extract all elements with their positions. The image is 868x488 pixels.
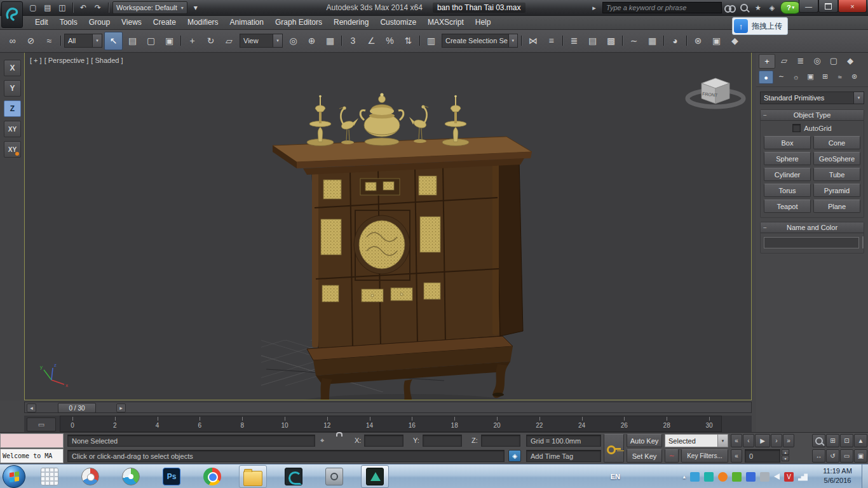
toggle-ribbon-button[interactable]: ▩ bbox=[602, 32, 620, 50]
edit-named-selection-sets-button[interactable]: ▥ bbox=[423, 32, 440, 50]
category-lights[interactable]: ☼ bbox=[789, 71, 803, 83]
taskbar-icon-chrome[interactable] bbox=[198, 465, 226, 488]
reference-coordinate-dropdown[interactable]: View ▾ bbox=[240, 34, 283, 48]
sphere-button[interactable]: Sphere bbox=[764, 152, 811, 165]
viewport-shading-menu[interactable]: [ Shaded ] bbox=[91, 57, 123, 64]
favorites-star-icon[interactable]: ★ bbox=[752, 2, 764, 13]
frame-spinner[interactable]: ▴ ▾ bbox=[782, 449, 789, 461]
tube-button[interactable]: Tube bbox=[813, 168, 860, 181]
plane-button[interactable]: Plane bbox=[813, 200, 860, 213]
language-indicator[interactable]: EN bbox=[611, 464, 620, 488]
taskbar-icon-explorer[interactable] bbox=[239, 465, 267, 488]
keyboard-shortcut-override-button[interactable]: ▦ bbox=[322, 32, 339, 50]
start-button[interactable] bbox=[3, 465, 25, 488]
y-coord-input[interactable] bbox=[423, 435, 462, 447]
viewport-general-menu[interactable]: [ + ] bbox=[30, 57, 42, 64]
set-key-button[interactable]: Set Key bbox=[627, 449, 662, 463]
rendered-frame-window-button[interactable]: ▣ bbox=[708, 32, 725, 50]
primitives-dropdown[interactable]: Standard Primitives ▾ bbox=[760, 92, 864, 104]
named-selection-dropdown[interactable]: Create Selection Se ▾ bbox=[442, 34, 518, 48]
box-button[interactable]: Box bbox=[764, 136, 811, 149]
track-bar[interactable]: ▭ 0 2 4 6 8 10 12 14 16 18 20 22 24 26 2… bbox=[24, 416, 752, 432]
undo-icon[interactable]: ↶ bbox=[77, 2, 90, 13]
close-button[interactable]: × bbox=[838, 0, 867, 13]
zoom-extents-icon[interactable]: ⊡ bbox=[840, 434, 853, 447]
tab-motion[interactable]: ◎ bbox=[810, 54, 825, 67]
restrict-x-button[interactable]: X bbox=[4, 60, 21, 76]
rectangular-selection-region-button[interactable]: ▢ bbox=[142, 32, 159, 50]
time-slider-next-icon[interactable]: ▸ bbox=[116, 403, 126, 412]
curve-editor-button[interactable]: ∼ bbox=[625, 32, 642, 50]
pan-icon[interactable]: ↔ bbox=[812, 449, 825, 463]
maxscript-listener-macro-pane[interactable] bbox=[0, 433, 64, 448]
tray-icon-antivirus[interactable]: V bbox=[784, 472, 794, 482]
search-expand-icon[interactable]: ▸ bbox=[588, 2, 600, 13]
go-to-end-button[interactable]: » bbox=[783, 434, 794, 447]
autogrid-checkbox[interactable] bbox=[792, 124, 801, 132]
open-file-icon[interactable]: ▤ bbox=[41, 2, 54, 13]
time-slider-prev-icon[interactable]: ◂ bbox=[27, 403, 36, 412]
search-input[interactable] bbox=[602, 2, 722, 13]
save-file-icon[interactable]: ◫ bbox=[56, 2, 69, 13]
category-geometry[interactable]: ● bbox=[759, 71, 773, 84]
torus-button[interactable]: Torus bbox=[764, 184, 811, 197]
menu-group[interactable]: Group bbox=[83, 15, 116, 29]
select-and-manipulate-button[interactable]: ⊕ bbox=[303, 32, 320, 50]
new-key-default-tangent-button[interactable]: ∼ bbox=[665, 449, 679, 463]
tray-icon-usb[interactable] bbox=[760, 472, 770, 482]
show-desktop-button[interactable] bbox=[862, 464, 868, 488]
tray-icon-security[interactable] bbox=[732, 472, 742, 482]
tab-modify[interactable]: ▱ bbox=[776, 54, 792, 67]
bind-to-space-warp-icon[interactable]: ≈ bbox=[41, 32, 58, 50]
menu-rendering[interactable]: Rendering bbox=[328, 15, 374, 29]
menu-help[interactable]: Help bbox=[470, 15, 497, 29]
previous-frame-button[interactable]: ‹ bbox=[743, 434, 754, 447]
menu-maxscript[interactable]: MAXScript bbox=[422, 15, 470, 29]
select-and-move-button[interactable]: + bbox=[184, 32, 201, 50]
select-object-button[interactable]: ↖ bbox=[104, 32, 123, 50]
menu-modifiers[interactable]: Modifiers bbox=[182, 15, 224, 29]
zoom-all-icon[interactable]: ⊞ bbox=[826, 434, 839, 447]
cylinder-button[interactable]: Cylinder bbox=[764, 168, 811, 181]
object-name-input[interactable] bbox=[764, 237, 859, 248]
taskbar-clock[interactable]: 11:19 AM 5/6/2016 bbox=[815, 466, 860, 485]
z-coord-input[interactable] bbox=[481, 435, 520, 447]
magnifier-icon[interactable] bbox=[738, 2, 750, 13]
pyramid-button[interactable]: Pyramid bbox=[813, 184, 860, 197]
maximize-viewport-icon[interactable]: ▣ bbox=[854, 449, 867, 463]
tab-create[interactable]: + bbox=[759, 54, 775, 69]
align-button[interactable]: ≡ bbox=[543, 32, 560, 50]
application-menu-button[interactable] bbox=[1, 1, 23, 28]
new-scene-icon[interactable]: ▢ bbox=[27, 2, 39, 13]
schematic-view-button[interactable]: ▦ bbox=[644, 32, 661, 50]
set-keys-button[interactable] bbox=[604, 434, 624, 463]
taskbar-icon-browser-ball-2[interactable] bbox=[117, 465, 145, 488]
track-bar-ruler[interactable]: 0 2 4 6 8 10 12 14 16 18 20 22 24 26 28 … bbox=[60, 416, 722, 432]
maximize-button[interactable] bbox=[818, 0, 838, 13]
unlink-selection-icon[interactable]: ⊘ bbox=[22, 32, 39, 50]
tray-icon-monitor[interactable] bbox=[690, 472, 700, 482]
zoom-icon[interactable] bbox=[812, 434, 825, 447]
time-slider[interactable]: ◂ 0 / 30 ▸ bbox=[24, 402, 752, 413]
select-and-rotate-button[interactable]: ↻ bbox=[202, 32, 219, 50]
altar-cabinet-model[interactable] bbox=[273, 137, 532, 400]
add-time-tag-button[interactable]: Add Time Tag bbox=[526, 450, 601, 462]
viewport[interactable]: [ + ] [ Perspective ] [ Shaded ] bbox=[24, 52, 752, 400]
taskbar-icon-browser-ball[interactable] bbox=[76, 465, 104, 488]
menu-animation[interactable]: Animation bbox=[224, 15, 269, 29]
communication-center-icon[interactable]: ◈ bbox=[766, 2, 778, 13]
status-pin-icon[interactable]: ⌖ bbox=[320, 437, 324, 445]
window-crossing-toggle[interactable]: ▣ bbox=[161, 32, 178, 50]
network-icon[interactable] bbox=[798, 473, 808, 481]
category-shapes[interactable]: ∼ bbox=[775, 71, 788, 83]
select-and-scale-button[interactable]: ▱ bbox=[220, 32, 238, 50]
tray-icon-input-method[interactable] bbox=[718, 472, 728, 482]
toggle-layer-explorer-button[interactable]: ▤ bbox=[584, 32, 601, 50]
taskbar-icon-3dsmax-active[interactable] bbox=[361, 465, 389, 488]
menu-customize[interactable]: Customize bbox=[374, 15, 422, 29]
restrict-y-button[interactable]: Y bbox=[4, 80, 21, 97]
workspace-dropdown[interactable]: Workspace: Default ▾ bbox=[112, 1, 187, 14]
spinner-down-icon[interactable]: ▾ bbox=[782, 456, 789, 461]
minimize-button[interactable]: — bbox=[799, 0, 818, 13]
tab-utilities[interactable]: ◆ bbox=[843, 54, 858, 67]
